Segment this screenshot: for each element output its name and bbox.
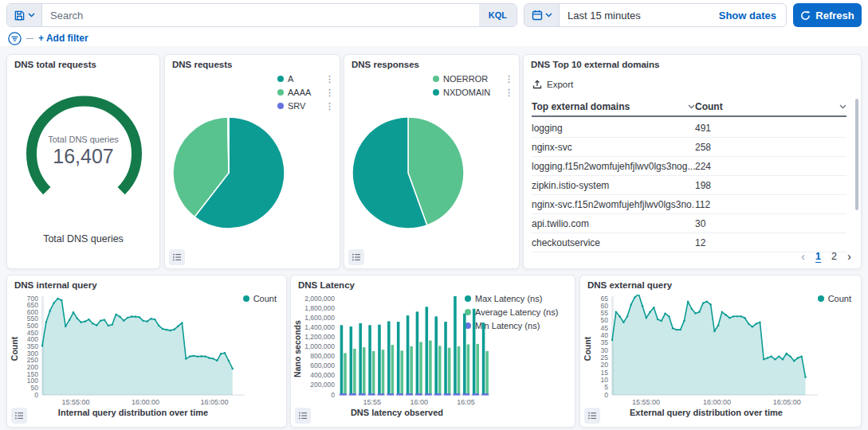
table-row[interactable]: logging491 [532,119,846,138]
count-cell: 491 [695,123,846,134]
panel-dns-top-external-domains: DNS Top 10 external domains Export Top e… [523,54,862,269]
time-range-value[interactable]: Last 15 minutes [560,4,709,26]
svg-text:15:55: 15:55 [363,398,382,406]
panel-dns-internal-query: DNS internal query Count Count 050100150… [6,275,287,428]
svg-text:0: 0 [604,391,608,399]
panel-title: DNS internal query [14,280,97,290]
svg-text:0: 0 [34,391,38,399]
page-button-2[interactable]: 2 [831,251,837,262]
chevron-down-icon[interactable] [688,104,695,109]
table-header-row: Top external domains Count [532,98,846,117]
svg-text:50: 50 [31,384,39,392]
legend-label[interactable]: Count [828,294,851,303]
export-icon [532,80,542,89]
svg-text:200: 200 [27,363,38,371]
panel-dns-latency: DNS Latency Max Latency (ns)Average Late… [290,275,575,428]
table-scrollbar[interactable] [855,99,858,210]
panel-dns-requests: DNS requests A⋮AAAA⋮SRV⋮ [164,54,340,269]
calendar-button[interactable] [524,4,560,26]
saved-query-button[interactable] [7,4,42,26]
table-row[interactable]: nginx-svc258 [532,138,846,157]
column-header-count[interactable]: Count [695,101,846,112]
column-header-label: Count [695,101,723,112]
domain-cell: api.twilio.com [532,218,695,229]
legend-toggle-button[interactable] [348,249,364,265]
search-input[interactable] [42,4,479,26]
gauge-center-label: Total DNS queries [7,135,159,144]
count-cell: 12 [695,237,846,248]
count-cell: 224 [695,161,846,172]
next-page-button[interactable]: › [847,252,851,261]
svg-text:100: 100 [27,377,38,385]
count-cell: 198 [695,180,846,191]
dashboard-grid: DNS total requests Total DNS queries 16,… [0,46,868,430]
export-button[interactable]: Export [532,80,573,89]
svg-text:16:00:00: 16:00:00 [132,398,159,406]
page-button-1[interactable]: 1 [815,251,821,262]
external-query-legend: Count [818,294,851,303]
filter-icon[interactable] [8,32,22,45]
svg-text:25: 25 [601,354,609,362]
panel-title: DNS external query [587,280,672,290]
x-axis-title: Internal query distribution over time [18,408,248,417]
svg-text:40: 40 [601,331,609,339]
legend-toggle-button[interactable] [584,408,600,424]
show-dates-link[interactable]: Show dates [709,4,786,26]
domain-cell: logging.f15n2womfujehfjlwv0lgs3nog.... [532,161,695,172]
external-query-chart[interactable]: 0510152025303540455055606515:55:0016:00:… [591,295,821,406]
list-icon [352,252,361,262]
legend-toggle-button[interactable] [11,408,27,424]
internal-query-chart[interactable]: 0501001502002503003504004505005506006507… [18,295,248,406]
count-cell: 30 [695,218,846,229]
prev-page-button[interactable]: ‹ [801,252,805,261]
table-row[interactable]: zipkin.istio-system198 [532,176,846,195]
domain-cell: logging [532,123,695,134]
svg-text:300: 300 [27,350,38,358]
export-label: Export [547,80,573,89]
search-control: KQL [6,3,517,27]
chevron-down-icon [545,13,552,18]
svg-text:20: 20 [601,361,609,369]
top-bar: KQL Last 15 minutes Show dates [6,3,862,27]
svg-text:16:00: 16:00 [410,398,428,406]
column-header-domains[interactable]: Top external domains [532,101,695,112]
svg-text:15: 15 [601,369,609,377]
requests-pie-chart[interactable] [165,55,341,270]
svg-text:150: 150 [27,370,38,378]
svg-text:600,000: 600,000 [310,362,335,369]
legend-toggle-button[interactable] [295,408,311,424]
svg-text:1,600,000: 1,600,000 [304,314,335,322]
chevron-down-icon[interactable] [839,104,846,109]
dashboard-app: KQL Last 15 minutes Show dates [0,0,868,430]
chevron-down-icon [28,13,35,18]
legend-label[interactable]: Count [253,294,277,303]
domain-cell: nginx-svc [532,142,695,153]
svg-text:16:05:00: 16:05:00 [200,398,228,406]
svg-text:15:55:00: 15:55:00 [61,398,89,406]
gauge-bottom-label: Total DNS queries [7,233,159,244]
filter-bar: + Add filter [8,30,88,46]
svg-text:16:05: 16:05 [457,398,475,406]
calendar-icon [532,10,543,21]
kql-toggle[interactable]: KQL [479,4,516,26]
table-row[interactable]: logging.f15n2womfujehfjlwv0lgs3nog....22… [532,157,846,176]
responses-pie-chart[interactable] [344,55,520,270]
svg-text:450: 450 [27,329,38,337]
panel-title: DNS Latency [298,280,355,290]
svg-text:400,000: 400,000 [310,371,335,379]
refresh-label: Refresh [815,10,854,22]
svg-text:500: 500 [27,322,38,330]
table-row[interactable]: nginx-svc.f15n2womfujehfjlwv0lgs3no...11… [532,195,846,214]
latency-chart[interactable]: 0200,000400,000600,000800,0001,000,0001,… [300,295,493,406]
svg-text:600: 600 [27,308,38,316]
svg-text:400: 400 [27,335,38,343]
panel-dns-external-query: DNS external query Count Count 051015202… [579,275,862,428]
table-row[interactable]: checkoutservice12 [532,233,846,252]
list-icon [298,411,308,420]
svg-text:45: 45 [601,324,609,332]
refresh-button[interactable]: Refresh [793,3,862,27]
table-row[interactable]: api.twilio.com30 [532,214,846,233]
svg-text:16:05:00: 16:05:00 [773,398,801,406]
legend-toggle-button[interactable] [169,249,185,265]
add-filter-link[interactable]: + Add filter [38,33,88,44]
